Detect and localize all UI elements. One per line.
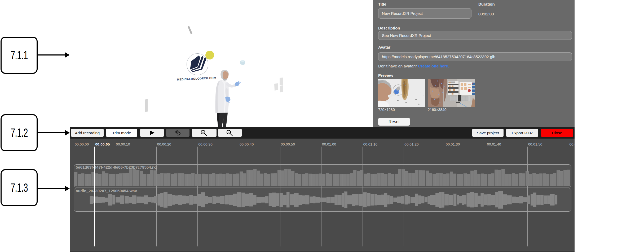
svg-text:MEDICALHOLODECK.COM: MEDICALHOLODECK.COM [177,76,217,81]
